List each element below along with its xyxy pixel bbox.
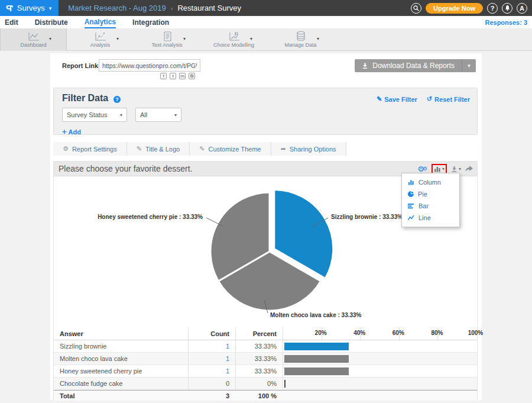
edit-icon: ✎ <box>377 95 382 103</box>
chart-download-button[interactable]: ▾ <box>451 166 461 172</box>
chevron-down-icon[interactable]: ▾ <box>116 36 119 41</box>
add-label: Add <box>69 128 81 136</box>
scale-tick: 20% <box>315 330 327 336</box>
reset-filter-link[interactable]: ↺Reset Filter <box>427 95 470 103</box>
share-forward-icon <box>465 166 473 172</box>
count-link[interactable]: 1 <box>226 343 229 350</box>
table-row: Chocolate fudge cake 0 0% <box>54 378 477 390</box>
report-subtabs: ⚙Report Settings ✎Title & Logo ✎Customiz… <box>53 142 346 156</box>
analytics-toolbar: Dashboard ▾ Analysis ▾ Text Analysis ▾ C… <box>0 28 532 51</box>
tab-label: Choice Modelling <box>213 42 254 48</box>
search-button[interactable] <box>411 3 421 14</box>
reset-filter-label: Reset Filter <box>434 96 470 103</box>
scale-tick: 60% <box>392 330 404 336</box>
answer-bar <box>284 355 349 363</box>
bell-icon <box>504 5 511 11</box>
notifications-button[interactable] <box>502 3 512 14</box>
tab-customize-theme[interactable]: ✎Customize Theme <box>190 142 271 156</box>
questionpro-logo-icon: Ƥ <box>6 3 13 13</box>
menu-item-line[interactable]: Line <box>402 212 459 224</box>
nav-analytics[interactable]: Analytics <box>85 17 116 28</box>
menu-item-column[interactable]: Column <box>402 176 459 188</box>
count-link[interactable]: 1 <box>226 367 229 375</box>
chevron-down-icon[interactable]: ▾ <box>250 36 252 41</box>
breadcrumb-project-link[interactable]: Market Research - Aug 2019 <box>68 4 166 12</box>
percent-cell: 33.33% <box>235 353 283 365</box>
chevron-down-icon: ▾ <box>442 166 445 172</box>
tab-label: Analysis <box>90 42 111 48</box>
linkedin-icon[interactable]: in <box>179 73 186 79</box>
filter-data-panel: Filter Data ? ✎Save Filter ↺Reset Filter… <box>53 88 478 135</box>
col-answer: Answer <box>54 330 188 337</box>
scatter-chart-icon <box>94 31 107 41</box>
chevron-down-icon[interactable]: ▾ <box>49 36 51 41</box>
chevron-down-icon: ▾ <box>49 5 52 11</box>
menu-item-pie[interactable]: Pie <box>402 188 459 200</box>
responses-count-link[interactable]: Responses: 3 <box>485 19 527 26</box>
scale-tick: 100% <box>468 330 484 336</box>
line-chart-icon <box>27 31 40 41</box>
filter-field-select[interactable]: Survey Status ▾ <box>62 108 127 122</box>
tab-manage-data[interactable]: Manage Data ▾ <box>267 28 334 51</box>
chart-share-button[interactable] <box>465 166 473 172</box>
answer-cell: Sizzling brownie <box>54 343 188 350</box>
chevron-down-icon[interactable]: ▾ <box>183 36 186 41</box>
column-chart-icon <box>408 179 414 185</box>
download-data-reports-button[interactable]: Download Data & Reports <box>355 59 462 72</box>
menu-item-bar[interactable]: Bar <box>402 200 459 212</box>
answer-cell: Honey sweetened cherry pie <box>54 367 188 375</box>
line-chart-icon <box>408 215 414 221</box>
download-label: Download Data & Reports <box>372 62 455 70</box>
breadcrumb-separator: › <box>171 5 173 12</box>
subtab-label: Sharing Options <box>290 146 336 153</box>
subtab-label: Title & Logo <box>145 146 180 153</box>
answer-cell: Chocolate fudge cake <box>54 380 188 387</box>
report-link-input[interactable] <box>99 59 200 72</box>
nav-integration[interactable]: Integration <box>132 17 169 28</box>
tab-sharing-options[interactable]: ➦Sharing Options <box>271 142 346 156</box>
search-icon <box>413 5 419 11</box>
app-logo-surveys-menu[interactable]: Ƥ Surveys ▾ <box>0 0 59 16</box>
download-options-caret[interactable]: ▾ <box>462 59 476 72</box>
tab-choice-modelling[interactable]: Choice Modelling ▾ <box>200 28 267 51</box>
percent-cell: 33.33% <box>235 340 283 352</box>
chart-type-button[interactable]: ▾ <box>432 164 447 174</box>
chart-type-menu: Column Pie Bar Line <box>401 173 460 227</box>
col-scale: 20% 40% 60% 80% 100% <box>283 327 477 340</box>
tab-report-settings[interactable]: ⚙Report Settings <box>53 142 127 156</box>
main-nav: Edit Distribute Analytics Integration Re… <box>0 16 532 28</box>
embed-icon[interactable]: ⧉ <box>189 73 195 79</box>
tab-title-logo[interactable]: ✎Title & Logo <box>127 142 190 156</box>
reset-icon: ↺ <box>427 95 432 103</box>
gears-icon: ⚙ <box>423 166 427 172</box>
answer-bar <box>284 343 349 350</box>
gear-icon: ⚙ <box>63 145 69 153</box>
nav-edit[interactable]: Edit <box>5 17 18 28</box>
dashboard-content: Report Link f t in ⧉ Download Data & Rep… <box>50 53 482 400</box>
pie-chart-icon <box>408 191 414 197</box>
chevron-down-icon[interactable]: ▾ <box>317 36 319 41</box>
account-avatar[interactable]: A <box>517 3 527 14</box>
document-icon <box>162 31 173 41</box>
add-filter-button[interactable]: + Add <box>62 127 81 136</box>
pie-label-honey-cherry-pie: Honey sweetened cherry pie : 33.33% <box>98 214 203 220</box>
download-icon <box>362 62 368 69</box>
chart-settings-button[interactable]: ⚙⚙ <box>417 165 427 173</box>
twitter-icon[interactable]: t <box>170 73 176 79</box>
tab-dashboard[interactable]: Dashboard ▾ <box>0 28 67 51</box>
menu-item-label: Column <box>419 179 441 186</box>
tab-text-analysis[interactable]: Text Analysis ▾ <box>134 28 200 51</box>
tab-analysis[interactable]: Analysis ▾ <box>67 28 134 51</box>
filter-value-select[interactable]: All ▾ <box>135 108 181 122</box>
count-link[interactable]: 1 <box>226 355 229 362</box>
download-data-reports-group: Download Data & Reports ▾ <box>355 59 476 72</box>
filter-help-icon[interactable]: ? <box>113 96 121 103</box>
save-filter-label: Save Filter <box>384 96 417 103</box>
facebook-icon[interactable]: f <box>160 73 167 79</box>
nav-distribute[interactable]: Distribute <box>35 17 68 28</box>
filter-actions: ✎Save Filter ↺Reset Filter <box>377 95 470 103</box>
save-filter-link[interactable]: ✎Save Filter <box>377 95 417 103</box>
upgrade-now-button[interactable]: Upgrade Now <box>426 3 483 14</box>
percent-cell: 33.33% <box>235 365 283 377</box>
help-button[interactable]: ? <box>487 3 498 14</box>
